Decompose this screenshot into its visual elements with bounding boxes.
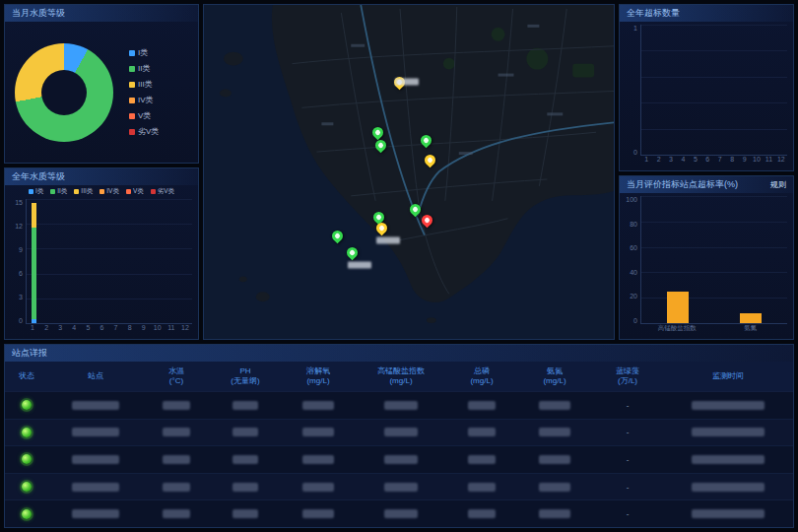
redacted-value (233, 455, 258, 464)
year-exceed-chart[interactable]: 10 123456789101112 (620, 22, 793, 170)
panel-title: 当月评价指标站点超标率(%) (627, 178, 738, 191)
table-row[interactable]: - (5, 445, 793, 473)
stacked-bar (183, 199, 188, 323)
y-axis: 10 (624, 25, 640, 156)
map-pin-green[interactable] (408, 201, 424, 217)
table-row[interactable]: - (5, 473, 793, 500)
map-pin-green[interactable] (373, 138, 389, 154)
redacted-value (468, 509, 496, 518)
legend-swatch (129, 98, 135, 103)
legend-item[interactable]: 劣V类 (151, 187, 174, 196)
redacted-value (468, 483, 496, 492)
redacted-value (233, 509, 258, 518)
map-label-redacted (395, 78, 419, 85)
redacted-value (539, 401, 570, 410)
map-canvas[interactable] (203, 4, 615, 340)
legend-item[interactable]: II类 (50, 187, 67, 196)
legend-swatch (129, 82, 135, 88)
redacted-value (539, 428, 570, 436)
stacked-bar (100, 199, 105, 323)
redacted-value (302, 428, 334, 436)
map-pin-green[interactable] (344, 244, 360, 260)
stacked-bar (32, 199, 36, 323)
redacted-value (468, 401, 496, 410)
rule-button[interactable]: 规则 (770, 179, 786, 190)
stations-table-body: ----- (5, 391, 793, 527)
stacked-bar (45, 199, 50, 323)
redacted-value (384, 455, 418, 464)
rate-bar (667, 292, 689, 323)
status-indicator (22, 509, 32, 519)
legend-item[interactable]: III类 (129, 79, 159, 90)
redacted-value (302, 483, 334, 492)
legend-swatch (100, 189, 104, 194)
map-pin-green[interactable] (370, 124, 386, 140)
map-label-redacted (348, 262, 371, 269)
y-axis: 100806040200 (624, 196, 640, 324)
panel-year-exceed: 全年超标数量 10 123456789101112 (619, 4, 794, 171)
table-row[interactable]: - (5, 391, 793, 419)
panel-stations: 站点详报 状态站点水温(°C)PH(无量纲)溶解氧(mg/L)高锰酸盐指数(mg… (4, 344, 794, 528)
legend-item[interactable]: 劣V类 (129, 126, 159, 137)
stacked-bar (114, 199, 119, 323)
redacted-value (72, 428, 119, 436)
legend-item[interactable]: V类 (126, 187, 144, 196)
map-pin-green[interactable] (330, 228, 346, 243)
legend-item[interactable]: III类 (74, 187, 93, 196)
x-axis: 123456789101112 (640, 156, 787, 166)
legend-item[interactable]: IV类 (129, 95, 159, 105)
x-axis: 123456789101112 (26, 324, 192, 335)
map-pin-green[interactable] (418, 133, 433, 149)
plot-area (640, 25, 787, 156)
legend-item[interactable]: V类 (129, 110, 159, 121)
col-header-tp: 总磷(mg/L) (446, 366, 517, 387)
stacked-bar (59, 199, 64, 323)
year-quality-chart[interactable]: 15129630 123456789101112 (5, 196, 198, 339)
col-header-status: 状态 (5, 371, 48, 381)
redacted-value (692, 483, 765, 492)
redacted-value (163, 401, 190, 410)
panel-month-rate: 当月评价指标站点超标率(%) 规则 100806040200 高锰酸盐指数氨氮 (619, 175, 794, 340)
month-rate-chart[interactable]: 100806040200 高锰酸盐指数氨氮 (620, 193, 793, 339)
map-pin-yellow[interactable] (423, 153, 438, 168)
redacted-value (163, 509, 190, 518)
legend-swatch (151, 189, 156, 194)
col-header-do: 溶解氧(mg/L) (281, 366, 356, 387)
plot-area (26, 199, 192, 324)
status-indicator (22, 428, 32, 437)
legend-swatch (129, 113, 135, 119)
legend-item[interactable]: II类 (129, 63, 159, 74)
panel-year-quality: 全年水质等级 I类II类III类IV类V类劣V类 15129630 123456… (4, 167, 199, 340)
donut-chart[interactable] (15, 43, 113, 142)
redacted-value (72, 455, 119, 464)
stacked-bar (128, 199, 133, 323)
redacted-value (72, 483, 119, 492)
table-row[interactable]: - (5, 499, 793, 527)
legend-item[interactable]: I类 (129, 47, 159, 58)
map-pin-red[interactable] (420, 213, 435, 229)
legend-swatch (129, 50, 135, 56)
donut-legend: I类II类III类IV类V类劣V类 (129, 47, 159, 137)
panel-title: 当月水质等级 (12, 7, 65, 20)
panel-header: 全年超标数量 (620, 5, 793, 22)
redacted-value (539, 509, 570, 518)
legend-swatch (129, 129, 135, 135)
stacked-bar (169, 199, 174, 323)
stations-table-header: 状态站点水温(°C)PH(无量纲)溶解氧(mg/L)高锰酸盐指数(mg/L)总磷… (5, 362, 793, 391)
x-axis: 高锰酸盐指数氨氮 (640, 324, 787, 335)
redacted-value (163, 483, 190, 492)
redacted-value (692, 428, 765, 436)
status-indicator (22, 482, 32, 492)
legend-swatch (29, 189, 33, 194)
redacted-value (539, 483, 570, 492)
y-axis: 15129630 (9, 199, 26, 324)
panel-header: 站点详报 (5, 345, 793, 362)
table-row[interactable]: - (5, 419, 793, 446)
redacted-value (692, 455, 765, 464)
redacted-value (72, 401, 119, 410)
panel-title: 全年超标数量 (627, 7, 680, 20)
legend-item[interactable]: IV类 (100, 187, 119, 196)
col-header-algae: 蓝绿藻(万/L) (592, 366, 663, 387)
redacted-value (384, 483, 418, 492)
legend-item[interactable]: I类 (29, 187, 43, 196)
